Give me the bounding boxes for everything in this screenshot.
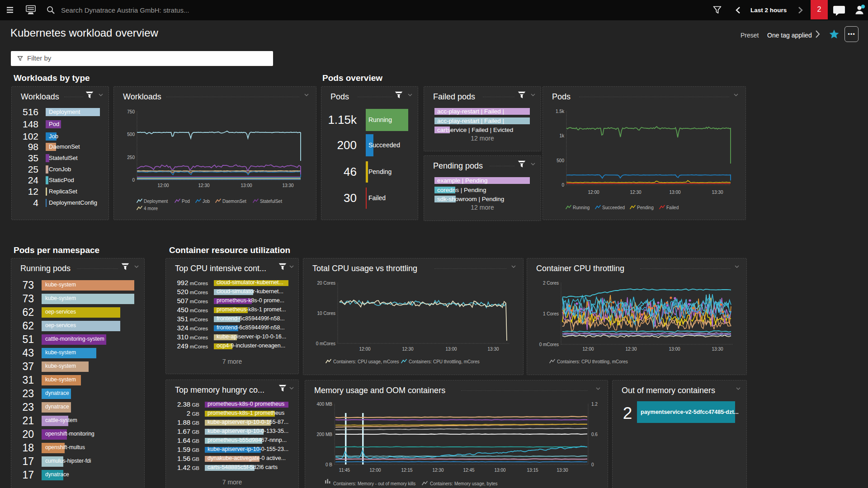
svg-text:Containers: Memory usage, byte: Containers: Memory usage, bytes xyxy=(430,481,498,486)
svg-text:250: 250 xyxy=(127,155,135,160)
svg-text:Pod: Pod xyxy=(182,199,190,204)
svg-text:13:00: 13:00 xyxy=(445,347,457,352)
svg-text:Containers: CPU throttling, mC: Containers: CPU throttling, mCores xyxy=(557,359,628,364)
svg-text:13:00: 13:00 xyxy=(669,190,680,195)
svg-text:0 mCores: 0 mCores xyxy=(316,341,335,346)
svg-text:13:00: 13:00 xyxy=(669,347,680,352)
svg-text:12:00: 12:00 xyxy=(582,347,594,352)
svg-text:0: 0 xyxy=(132,178,135,183)
svg-text:DaemonSet: DaemonSet xyxy=(222,199,246,204)
svg-text:12:30: 12:30 xyxy=(625,347,637,352)
svg-text:200 MB: 200 MB xyxy=(317,432,333,437)
svg-text:400 MB: 400 MB xyxy=(317,402,333,407)
svg-text:4 more: 4 more xyxy=(144,206,158,211)
svg-text:1.2: 1.2 xyxy=(591,402,598,407)
svg-text:12:30: 12:30 xyxy=(432,468,443,473)
svg-text:12:15: 12:15 xyxy=(401,468,412,473)
svg-text:0: 0 xyxy=(591,462,594,467)
svg-text:0 B: 0 B xyxy=(326,462,332,467)
svg-text:13:30: 13:30 xyxy=(282,183,293,188)
svg-text:13:30: 13:30 xyxy=(712,190,723,195)
svg-text:13:15: 13:15 xyxy=(527,468,538,473)
svg-text:11:45: 11:45 xyxy=(339,468,350,473)
svg-text:500: 500 xyxy=(127,132,135,137)
svg-text:750: 750 xyxy=(127,109,135,114)
svg-text:12:00: 12:00 xyxy=(157,183,169,188)
svg-text:Running: Running xyxy=(573,205,590,210)
svg-text:13:30: 13:30 xyxy=(557,468,568,473)
svg-text:1.5k: 1.5k xyxy=(556,109,565,114)
svg-text:0.6: 0.6 xyxy=(591,432,598,437)
svg-text:StatefulSet: StatefulSet xyxy=(260,199,282,204)
svg-text:Containers: CPU usage, mCores: Containers: CPU usage, mCores xyxy=(333,359,399,364)
svg-text:500: 500 xyxy=(557,158,564,163)
svg-text:Failed: Failed xyxy=(666,205,679,210)
svg-text:13:30: 13:30 xyxy=(712,347,723,352)
svg-text:Containers: Memory - out of me: Containers: Memory - out of memory kills xyxy=(333,481,415,486)
svg-text:12:30: 12:30 xyxy=(630,190,641,195)
svg-text:12:30: 12:30 xyxy=(198,183,209,188)
svg-text:13:30: 13:30 xyxy=(487,347,499,352)
svg-text:10 Cores: 10 Cores xyxy=(317,311,335,316)
svg-text:1k: 1k xyxy=(559,133,565,138)
svg-text:12:00: 12:00 xyxy=(359,347,370,352)
svg-text:12:30: 12:30 xyxy=(402,347,413,352)
svg-text:0: 0 xyxy=(561,183,564,188)
svg-text:12:45: 12:45 xyxy=(463,468,474,473)
svg-text:13:00: 13:00 xyxy=(494,468,505,473)
svg-text:12:00: 12:00 xyxy=(588,190,599,195)
svg-text:Containers: CPU throttling, mC: Containers: CPU throttling, mCores xyxy=(409,359,480,364)
svg-text:0 mCores: 0 mCores xyxy=(539,342,559,347)
svg-text:Job: Job xyxy=(203,199,210,204)
svg-text:1 Cores: 1 Cores xyxy=(543,311,559,316)
svg-text:Deployment: Deployment xyxy=(144,199,168,204)
svg-text:12:00: 12:00 xyxy=(369,468,381,473)
svg-text:20 Cores: 20 Cores xyxy=(317,281,335,286)
svg-text:Pending: Pending xyxy=(637,205,654,210)
svg-text:Succeeded: Succeeded xyxy=(602,205,625,210)
svg-text:2 Cores: 2 Cores xyxy=(543,281,559,286)
svg-text:13:00: 13:00 xyxy=(241,183,252,188)
